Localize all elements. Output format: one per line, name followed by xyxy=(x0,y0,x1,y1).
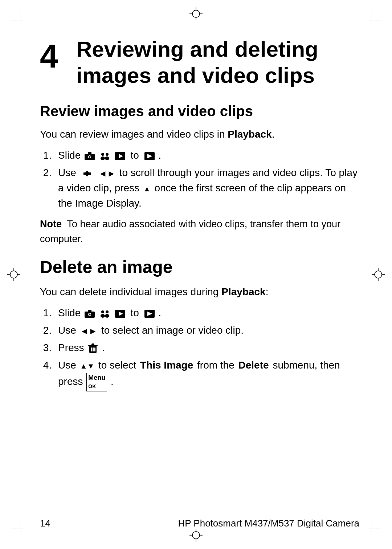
section1-intro: You can review images and video clips in… xyxy=(40,127,359,142)
note-label: Note xyxy=(40,219,62,229)
del-step2-mid: to select an image or video clip. xyxy=(101,325,244,336)
del-step1-slide: Slide xyxy=(58,307,81,318)
section2-heading: Delete an image xyxy=(40,257,359,277)
del-step4: Use ▲▼ to select This Image from the Del… xyxy=(54,358,359,391)
del-lr-arrow: ◄► xyxy=(80,325,98,338)
note-text xyxy=(65,219,67,229)
del-step1-to: to xyxy=(130,307,139,318)
del-step4-from-the: from the xyxy=(197,359,234,371)
svg-point-41 xyxy=(101,314,105,318)
chapter-number: 4 xyxy=(40,36,76,73)
this-image-bold: This Image xyxy=(140,359,193,371)
del-step3-press: Press xyxy=(58,342,84,353)
trash-icon xyxy=(88,343,98,354)
svg-point-42 xyxy=(106,310,109,313)
footer-product-name: HP Photosmart M437/M537 Digital Camera xyxy=(178,518,359,529)
svg-rect-49 xyxy=(91,347,92,351)
footer-page-number: 14 xyxy=(40,518,50,529)
lr-arrow-text: ◄► xyxy=(98,167,116,180)
camera-icon xyxy=(85,152,95,160)
updown-arrows: ▲▼ xyxy=(80,361,95,371)
video-icon-1 xyxy=(115,152,125,160)
people-icon xyxy=(100,152,110,160)
chapter-title: Reviewing and deleting images and video … xyxy=(76,36,359,89)
del-step1-period: . xyxy=(158,307,161,318)
step2: Use ◄► to scroll through your images and… xyxy=(54,165,359,211)
svg-point-25 xyxy=(101,153,104,156)
menu-ok-icon: MenuOK xyxy=(86,373,107,391)
svg-point-39 xyxy=(89,313,91,315)
step2-use: Use xyxy=(58,167,76,178)
svg-point-26 xyxy=(101,156,105,160)
svg-rect-53 xyxy=(91,343,94,345)
del-camera-icon xyxy=(85,310,95,318)
up-arrow-icon: ▲ xyxy=(143,183,151,194)
note-content: To hear audio associated with video clip… xyxy=(40,219,340,244)
footer: 14 HP Photosmart M437/M537 Digital Camer… xyxy=(40,518,359,529)
section1-intro-text: You can review images and video clips in xyxy=(40,129,228,140)
del-step1: Slide to xyxy=(54,305,359,321)
section1-heading: Review images and video clips xyxy=(40,103,359,119)
del-people-icon xyxy=(100,310,110,318)
step1-slide-label: Slide xyxy=(58,150,81,161)
playback-bold-2: Playback xyxy=(221,286,265,297)
svg-rect-50 xyxy=(93,347,94,351)
del-video-icon xyxy=(115,310,125,318)
playback-bold-1: Playback xyxy=(228,129,271,140)
del-step4-to-select: to select xyxy=(98,359,136,371)
svg-rect-21 xyxy=(88,152,91,154)
step1-to: to xyxy=(130,150,139,161)
chapter-header: 4 Reviewing and deleting images and vide… xyxy=(40,36,359,89)
del-step2-use: Use xyxy=(58,325,76,336)
section1-steps: Slide to xyxy=(54,148,359,211)
svg-point-40 xyxy=(101,310,104,313)
del-step4-period: . xyxy=(111,376,114,387)
delete-steps: Slide to xyxy=(54,305,359,391)
playback-icon xyxy=(144,152,155,160)
note-block: Note To hear audio associated with video… xyxy=(40,217,359,246)
del-step3: Press . xyxy=(54,340,359,355)
section2-intro-text: You can delete individual images during xyxy=(40,286,221,297)
lr-arrow-icon xyxy=(81,170,94,178)
section2-intro-end: : xyxy=(266,286,269,297)
del-step4-use: Use xyxy=(58,359,76,371)
delete-bold: Delete xyxy=(238,359,269,371)
section2-intro: You can delete individual images during … xyxy=(40,284,359,300)
step1-period: . xyxy=(158,150,161,161)
section1-intro-end: . xyxy=(272,129,275,140)
del-step3-period: . xyxy=(102,342,105,353)
svg-rect-36 xyxy=(88,310,91,312)
del-step2: Use ◄► to select an image or video clip. xyxy=(54,323,359,338)
svg-point-28 xyxy=(105,156,109,160)
step1: Slide to xyxy=(54,148,359,163)
svg-point-43 xyxy=(105,314,109,318)
svg-point-24 xyxy=(89,156,91,158)
svg-rect-51 xyxy=(94,347,95,351)
del-playback-icon xyxy=(144,310,155,318)
svg-point-27 xyxy=(106,153,109,156)
